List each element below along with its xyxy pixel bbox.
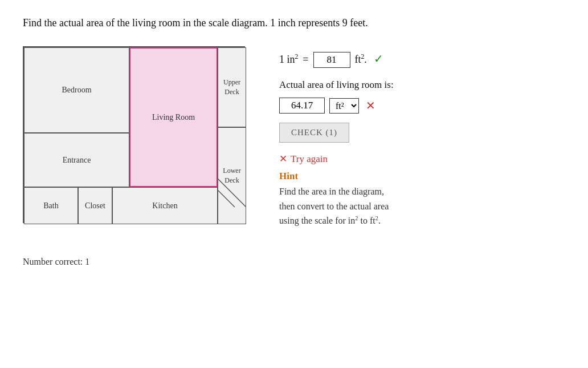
answer-row: ft² in² m² ✕ [279, 98, 565, 114]
scale-checkmark: ✓ [374, 52, 383, 66]
room-bath: Bath [24, 187, 78, 224]
question-text: Find the actual area of the living room … [23, 17, 565, 29]
actual-area-label: Actual area of living room is: [279, 79, 565, 91]
try-again-text: Try again [291, 153, 328, 165]
floor-plan: Bedroom Living Room UpperDeck Entrance L… [23, 46, 245, 223]
hint-text: Find the area in the diagram,then conver… [279, 184, 565, 228]
room-closet: Closet [78, 187, 112, 224]
unit-select[interactable]: ft² in² m² [329, 98, 359, 114]
number-correct: Number correct: 1 [23, 257, 565, 267]
room-entrance: Entrance [24, 133, 129, 187]
hint-section: Hint Find the area in the diagram,then c… [279, 171, 565, 228]
hint-label: Hint [279, 171, 565, 182]
room-living: Living Room [129, 47, 218, 187]
svg-line-0 [218, 179, 246, 207]
scale-row: 1 in2 = ft2. ✓ [279, 52, 565, 68]
room-bedroom: Bedroom [24, 47, 129, 133]
scale-input[interactable] [313, 52, 350, 68]
scale-prefix: 1 in2 [279, 53, 298, 66]
right-panel: 1 in2 = ft2. ✓ Actual area of living roo… [279, 46, 565, 228]
room-upper-deck: UpperDeck [218, 47, 246, 127]
try-again-row: ✕ Try again [279, 153, 565, 165]
try-again-icon: ✕ [279, 153, 287, 165]
answer-input[interactable] [279, 98, 325, 114]
room-kitchen: Kitchen [112, 187, 218, 224]
diagram-container: Bedroom Living Room UpperDeck Entrance L… [23, 46, 245, 223]
clear-button[interactable]: ✕ [364, 99, 378, 112]
scale-equals: = [303, 54, 308, 66]
check-button[interactable]: CHECK (1) [279, 123, 349, 143]
scale-unit: ft2. [355, 53, 367, 66]
diagonal-lines-decoration [218, 179, 246, 213]
